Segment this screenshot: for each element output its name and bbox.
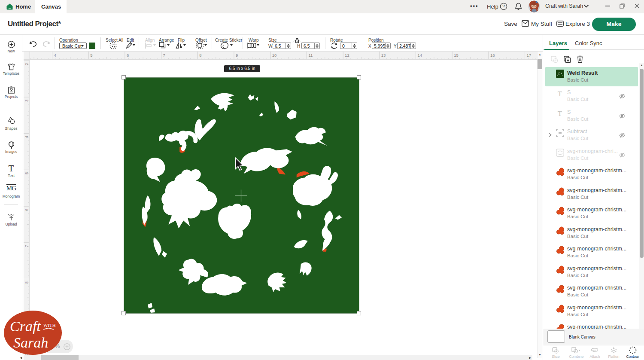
svg-text:?: ? bbox=[502, 4, 505, 9]
svg-text:WITH: WITH bbox=[43, 323, 56, 328]
svg-text:Sarah: Sarah bbox=[13, 335, 48, 351]
svg-text:Craft: Craft bbox=[10, 318, 41, 334]
